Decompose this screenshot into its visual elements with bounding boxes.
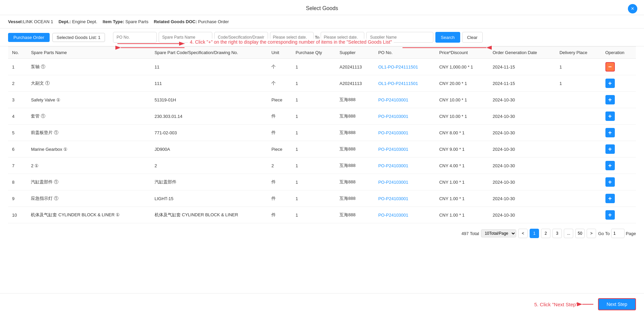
cell-name: 机体及气缸套 CYLINDER BLOCK & LINER ① (27, 207, 150, 223)
cell-supplier: 互海888 (335, 190, 374, 207)
cell-qty: 1 (291, 92, 335, 108)
po-no-link[interactable]: PO-P24103001 (378, 163, 409, 168)
table-row: 6 Marine Gearbox ① JD900A Piece 1 互海888 … (8, 141, 636, 158)
cell-name: 套管 ① (27, 108, 150, 125)
cell-delivery (555, 125, 601, 141)
prev-page-btn[interactable]: < (518, 229, 528, 238)
remove-item-button[interactable]: − (605, 62, 615, 72)
cell-unit: 件 (267, 190, 291, 207)
next-step-button[interactable]: Next Step (598, 298, 636, 310)
add-item-button[interactable]: + (605, 177, 615, 187)
cell-no: 5 (8, 125, 27, 141)
next-page-btn[interactable]: > (587, 229, 596, 238)
spare-parts-name-input[interactable] (159, 32, 212, 43)
cell-po-no: OL1-PO-P24111501 (374, 59, 435, 75)
page-btn-50[interactable]: 50 (575, 229, 585, 238)
add-item-button[interactable]: + (605, 210, 615, 220)
pagination: 497 Total 10Total/Page 20Total/Page 50To… (0, 223, 644, 243)
cell-operation: + (601, 141, 636, 158)
add-item-button[interactable]: + (605, 161, 615, 170)
cell-unit: 个 (267, 59, 291, 75)
add-item-button[interactable]: + (605, 79, 615, 88)
page-label: Page (626, 231, 636, 236)
cell-po-no: PO-P24103001 (374, 158, 435, 174)
selected-goods-badge[interactable]: Selected Goods List: 1 (52, 33, 105, 42)
cell-no: 3 (8, 92, 27, 108)
add-item-button[interactable]: + (605, 128, 615, 137)
po-no-link[interactable]: PO-P24103001 (378, 130, 409, 135)
po-no-link[interactable]: OL1-PO-P24111501 (378, 64, 418, 70)
date-to-input[interactable] (321, 32, 364, 43)
col-code-spec: Spare Part Code/Specification/Drawing No… (151, 47, 267, 59)
code-spec-input[interactable] (214, 32, 268, 43)
item-type-label: Item Type: Spare Parts (103, 19, 148, 24)
cell-qty: 1 (291, 174, 335, 190)
per-page-select[interactable]: 10Total/Page 20Total/Page 50Total/Page (481, 229, 516, 237)
cell-date: 2024-10-30 (489, 141, 555, 158)
table-body: 1 泵轴 ① 11 个 1 A20241113 OL1-PO-P24111501… (8, 59, 636, 223)
cell-unit: 2 (267, 158, 291, 174)
cell-name: 泵轴 ① (27, 59, 150, 75)
col-price-discount: Price*Discount (435, 47, 488, 59)
add-item-button[interactable]: + (605, 111, 615, 121)
po-no-input[interactable] (113, 32, 157, 43)
po-no-link[interactable]: PO-P24103001 (378, 114, 409, 119)
vessel-label: Vessel:LINK OCEAN 1 (8, 19, 53, 24)
page-btn-3[interactable]: 3 (552, 229, 562, 238)
po-no-link[interactable]: PO-P24103001 (378, 180, 409, 185)
search-button[interactable]: Search (435, 32, 460, 43)
dept-label: Dept.: Engine Dept. (58, 19, 97, 24)
page-btn-1[interactable]: 1 (530, 229, 539, 238)
cell-name: Safety Valve ① (27, 92, 150, 108)
cell-code: 111 (151, 75, 267, 92)
cell-code: 230.303.01.14 (151, 108, 267, 125)
modal-title: Select Goods (306, 5, 338, 11)
cell-no: 7 (8, 158, 27, 174)
cell-name: 前盖板垫片 ① (27, 125, 150, 141)
cell-code: JD900A (151, 141, 267, 158)
cell-no: 9 (8, 190, 27, 207)
cell-qty: 1 (291, 59, 335, 75)
table-row: 1 泵轴 ① 11 个 1 A20241113 OL1-PO-P24111501… (8, 59, 636, 75)
clear-button[interactable]: Clear (462, 32, 483, 43)
cell-delivery (555, 141, 601, 158)
cell-date: 2024-10-30 (489, 190, 555, 207)
goto-input[interactable] (611, 229, 625, 238)
supplier-name-input[interactable] (366, 32, 433, 43)
cell-name: 应急指示灯 ① (27, 190, 150, 207)
add-item-button[interactable]: + (605, 194, 615, 203)
cell-po-no: PO-P24103001 (374, 207, 435, 223)
cell-supplier: 互海888 (335, 108, 374, 125)
close-button[interactable]: × (628, 4, 637, 13)
purchase-order-button[interactable]: Purchase Order (8, 33, 50, 42)
cell-po-no: PO-P24103001 (374, 125, 435, 141)
table-row: 2 大副文 ① 111 个 1 A20241113 OL1-PO-P241115… (8, 75, 636, 92)
cell-name: 2 ① (27, 158, 150, 174)
add-item-button[interactable]: + (605, 144, 615, 154)
date-from-input[interactable] (270, 32, 314, 43)
po-no-link[interactable]: PO-P24103001 (378, 196, 409, 201)
cell-unit: 个 (267, 75, 291, 92)
cell-qty: 1 (291, 158, 335, 174)
cell-delivery (555, 92, 601, 108)
po-no-link[interactable]: OL1-PO-P24111501 (378, 81, 418, 86)
cell-price: CNY 1.00 * 1 (435, 190, 488, 207)
cell-date: 2024-10-30 (489, 174, 555, 190)
cell-qty: 1 (291, 141, 335, 158)
table-wrap: No. Spare Parts Name Spare Part Code/Spe… (0, 46, 644, 223)
page-btn-2[interactable]: 2 (541, 229, 550, 238)
cell-unit: 件 (267, 207, 291, 223)
cell-operation: + (601, 190, 636, 207)
cell-no: 2 (8, 75, 27, 92)
cell-supplier: 互海888 (335, 174, 374, 190)
cell-operation: + (601, 174, 636, 190)
add-item-button[interactable]: + (605, 95, 615, 104)
cell-price: CNY 10.00 * 1 (435, 92, 488, 108)
po-no-link[interactable]: PO-P24103001 (378, 213, 409, 218)
cell-date: 2024-10-30 (489, 125, 555, 141)
cell-no: 4 (8, 108, 27, 125)
cell-no: 6 (8, 141, 27, 158)
col-purchase-qty: Purchase Qty (291, 47, 335, 59)
po-no-link[interactable]: PO-P24103001 (378, 147, 409, 152)
po-no-link[interactable]: PO-P24103001 (378, 97, 409, 102)
